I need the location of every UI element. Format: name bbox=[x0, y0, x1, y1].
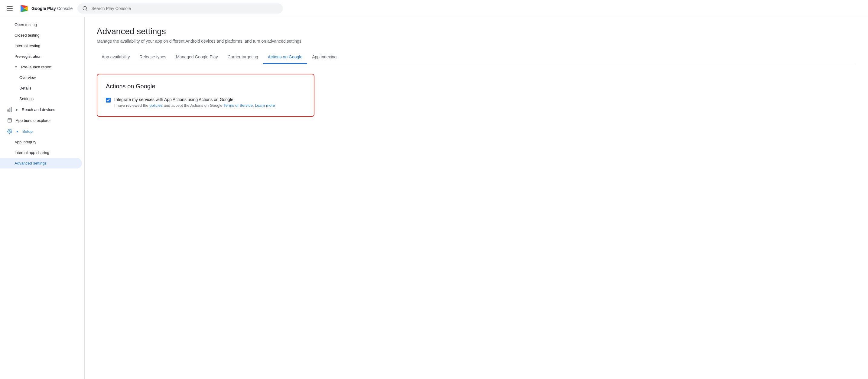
sidebar-item-app-integrity[interactable]: App integrity bbox=[0, 137, 82, 147]
sidebar-item-label: Closed testing bbox=[14, 33, 39, 37]
chevron-right-icon: ▶ bbox=[16, 108, 18, 111]
sidebar-item-label: Details bbox=[19, 86, 31, 90]
sidebar-item-label: Open testing bbox=[14, 22, 37, 27]
bundle-icon bbox=[7, 118, 12, 123]
logo-label: Google Play Console bbox=[31, 6, 72, 11]
integrate-checkbox-row: Integrate my services with App Actions u… bbox=[106, 97, 305, 108]
gear-icon bbox=[7, 129, 12, 134]
sidebar-item-pre-launch-report[interactable]: ▼ Pre-launch report bbox=[0, 62, 82, 72]
sidebar-item-label: Setup bbox=[22, 129, 33, 134]
sidebar-item-reach-and-devices[interactable]: ▶ Reach and devices bbox=[0, 104, 82, 115]
svg-rect-8 bbox=[7, 110, 8, 111]
sidebar-item-open-testing[interactable]: Open testing bbox=[0, 19, 82, 30]
card-title: Actions on Google bbox=[106, 83, 305, 90]
app-body: Open testing Closed testing Internal tes… bbox=[0, 17, 868, 379]
main-content: Advanced settings Manage the availabilit… bbox=[85, 17, 868, 379]
svg-rect-7 bbox=[9, 109, 10, 111]
sidebar-item-label: Reach and devices bbox=[22, 107, 55, 112]
sidebar-item-label: Overview bbox=[19, 75, 36, 80]
checkbox-label[interactable]: Integrate my services with App Actions u… bbox=[114, 97, 234, 102]
sidebar-item-overview[interactable]: Overview bbox=[0, 72, 82, 83]
sidebar-item-setup[interactable]: ▼ Setup bbox=[0, 126, 82, 137]
sidebar-item-label: App bundle explorer bbox=[16, 118, 51, 123]
checkbox-description: I have reviewed the policies and accept … bbox=[114, 103, 275, 108]
top-bar: Google Play Console bbox=[0, 0, 868, 17]
logo-icon bbox=[19, 4, 29, 13]
sidebar: Open testing Closed testing Internal tes… bbox=[0, 17, 85, 379]
tab-managed-google-play[interactable]: Managed Google Play bbox=[171, 51, 223, 64]
sidebar-item-label: App integrity bbox=[14, 140, 36, 144]
tab-app-indexing[interactable]: App indexing bbox=[307, 51, 341, 64]
page-subtitle: Manage the availability of your app on d… bbox=[97, 39, 856, 43]
sidebar-item-settings-pre[interactable]: Settings bbox=[0, 93, 82, 104]
svg-rect-6 bbox=[11, 108, 12, 111]
sidebar-item-details[interactable]: Details bbox=[0, 83, 82, 93]
search-bar bbox=[78, 3, 283, 13]
sidebar-item-app-bundle-explorer[interactable]: App bundle explorer bbox=[0, 115, 82, 126]
search-icon bbox=[82, 6, 88, 11]
policies-link[interactable]: policies bbox=[149, 103, 162, 108]
actions-on-google-card: Actions on Google Integrate my services … bbox=[97, 74, 314, 117]
tab-app-availability[interactable]: App availability bbox=[97, 51, 134, 64]
page-title: Advanced settings bbox=[97, 27, 856, 36]
sidebar-item-advanced-settings[interactable]: Advanced settings bbox=[0, 158, 82, 169]
sidebar-item-label: Internal app sharing bbox=[14, 150, 49, 155]
tos-link[interactable]: Terms of Service. bbox=[223, 103, 254, 108]
sidebar-item-label: Pre-launch report bbox=[21, 65, 52, 69]
sidebar-item-label: Internal testing bbox=[14, 43, 40, 48]
svg-line-5 bbox=[86, 9, 87, 10]
svg-rect-9 bbox=[8, 119, 11, 122]
svg-point-10 bbox=[9, 131, 10, 132]
tab-actions-on-google[interactable]: Actions on Google bbox=[263, 51, 307, 64]
sidebar-item-pre-registration[interactable]: Pre-registration bbox=[0, 51, 82, 62]
sidebar-item-label: Pre-registration bbox=[14, 54, 41, 59]
integrate-checkbox-wrapper[interactable] bbox=[106, 98, 111, 104]
chevron-down-icon-setup: ▼ bbox=[16, 130, 19, 133]
integrate-checkbox[interactable] bbox=[106, 98, 111, 103]
sidebar-item-label: Settings bbox=[19, 96, 34, 101]
sidebar-item-closed-testing[interactable]: Closed testing bbox=[0, 30, 82, 40]
tabs-bar: App availability Release types Managed G… bbox=[97, 51, 856, 64]
hamburger-menu[interactable] bbox=[5, 4, 14, 12]
sidebar-item-internal-testing[interactable]: Internal testing bbox=[0, 40, 82, 51]
logo[interactable]: Google Play Console bbox=[19, 4, 72, 13]
learn-more-link[interactable]: Learn more bbox=[254, 103, 275, 108]
sidebar-item-label: Advanced settings bbox=[14, 161, 46, 166]
sidebar-item-internal-app-sharing[interactable]: Internal app sharing bbox=[0, 147, 82, 158]
tab-release-types[interactable]: Release types bbox=[134, 51, 171, 64]
tab-carrier-targeting[interactable]: Carrier targeting bbox=[223, 51, 263, 64]
checkbox-text: Integrate my services with App Actions u… bbox=[114, 97, 275, 108]
chart-icon bbox=[7, 107, 12, 112]
search-input[interactable] bbox=[91, 6, 278, 11]
chevron-down-icon: ▼ bbox=[14, 65, 18, 69]
